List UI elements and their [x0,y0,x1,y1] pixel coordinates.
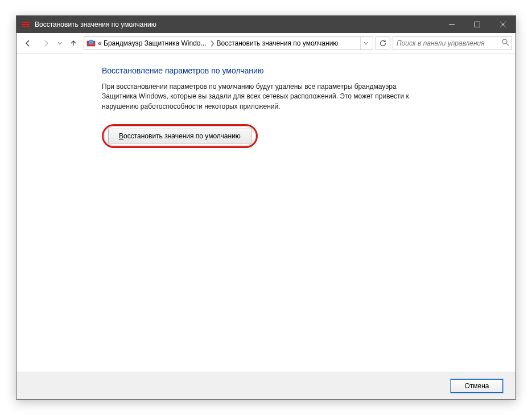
titlebar: Восстановить значения по умолчанию [17,16,515,33]
page-description: При восстановлении параметров по умолчан… [102,82,409,112]
back-button[interactable] [20,35,36,51]
content-area: Восстановление параметров по умолчанию П… [17,54,515,372]
breadcrumb-text: Восстановить значения по умолчанию [217,39,339,47]
address-box[interactable]: « Брандмауэр Защитника Windo... ❯ Восста… [84,36,373,50]
breadcrumb-segment-2[interactable]: Восстановить значения по умолчанию [217,39,339,47]
search-icon [501,38,509,48]
up-button[interactable] [65,35,81,51]
chevron-right-icon: ❯ [210,40,215,46]
search-input[interactable] [395,39,501,48]
window-frame: Восстановить значения по умолчанию [16,15,516,400]
search-box[interactable] [393,36,512,50]
restore-defaults-button[interactable]: Восстановить значения по умолчанию [108,129,251,143]
breadcrumb-segment-1[interactable]: « Брандмауэр Защитника Windo... ❯ [98,39,215,47]
svg-point-14 [502,39,507,44]
recent-locations-dropdown[interactable] [56,39,63,47]
maximize-button[interactable] [464,16,490,33]
minimize-button[interactable] [439,16,464,33]
close-button[interactable] [490,16,515,33]
firewall-icon [86,39,96,48]
address-bar-row: « Брандмауэр Защитника Windo... ❯ Восста… [17,33,515,54]
refresh-button[interactable] [376,36,390,50]
cancel-button[interactable]: Отмена [451,379,503,393]
highlight-ring: Восстановить значения по умолчанию [102,124,258,148]
page-heading: Восстановление параметров по умолчанию [102,66,500,75]
address-dropdown[interactable] [360,37,370,50]
svg-line-15 [506,43,509,46]
footer-bar: Отмена [17,372,515,399]
firewall-icon [21,20,30,29]
window-title: Восстановить значения по умолчанию [35,20,156,28]
breadcrumb-text: « Брандмауэр Защитника Windo... [98,39,207,47]
window-controls [439,16,515,33]
svg-rect-9 [475,22,480,27]
forward-button[interactable] [38,35,54,51]
